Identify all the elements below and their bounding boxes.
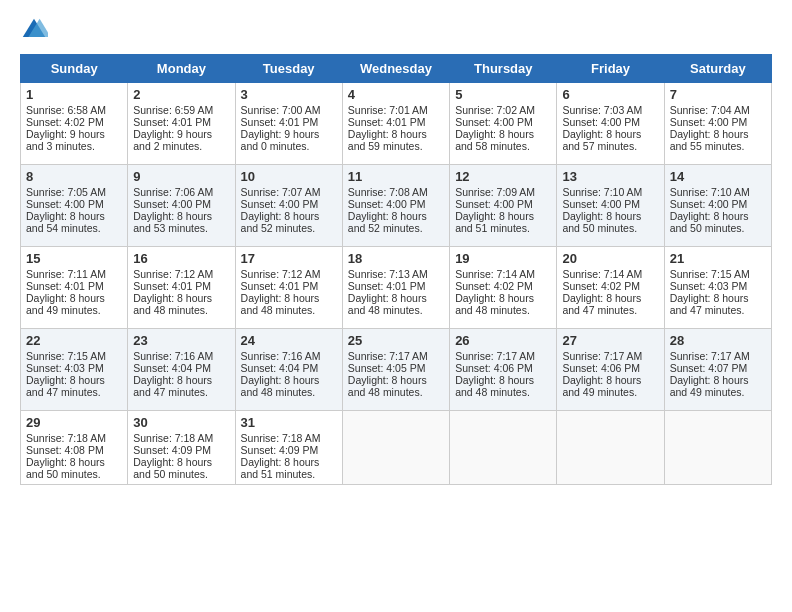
day-number: 6 — [562, 87, 658, 102]
day-number: 2 — [133, 87, 229, 102]
day-number: 22 — [26, 333, 122, 348]
day-number: 13 — [562, 169, 658, 184]
day-number: 5 — [455, 87, 551, 102]
day-number: 7 — [670, 87, 766, 102]
day-number: 26 — [455, 333, 551, 348]
calendar-cell: 24Sunrise: 7:16 AMSunset: 4:04 PMDayligh… — [235, 329, 342, 411]
week-row-2: 8Sunrise: 7:05 AMSunset: 4:00 PMDaylight… — [21, 165, 772, 247]
weekday-saturday: Saturday — [664, 55, 771, 83]
calendar-cell: 14Sunrise: 7:10 AMSunset: 4:00 PMDayligh… — [664, 165, 771, 247]
weekday-header-row: SundayMondayTuesdayWednesdayThursdayFrid… — [21, 55, 772, 83]
calendar-cell — [342, 411, 449, 485]
day-number: 19 — [455, 251, 551, 266]
calendar-cell: 22Sunrise: 7:15 AMSunset: 4:03 PMDayligh… — [21, 329, 128, 411]
calendar-cell: 3Sunrise: 7:00 AMSunset: 4:01 PMDaylight… — [235, 83, 342, 165]
day-number: 14 — [670, 169, 766, 184]
week-row-5: 29Sunrise: 7:18 AMSunset: 4:08 PMDayligh… — [21, 411, 772, 485]
weekday-sunday: Sunday — [21, 55, 128, 83]
calendar-cell: 30Sunrise: 7:18 AMSunset: 4:09 PMDayligh… — [128, 411, 235, 485]
week-row-1: 1Sunrise: 6:58 AMSunset: 4:02 PMDaylight… — [21, 83, 772, 165]
day-number: 30 — [133, 415, 229, 430]
page-container: SundayMondayTuesdayWednesdayThursdayFrid… — [0, 0, 792, 495]
calendar-cell: 11Sunrise: 7:08 AMSunset: 4:00 PMDayligh… — [342, 165, 449, 247]
day-number: 4 — [348, 87, 444, 102]
day-number: 8 — [26, 169, 122, 184]
day-number: 9 — [133, 169, 229, 184]
week-row-4: 22Sunrise: 7:15 AMSunset: 4:03 PMDayligh… — [21, 329, 772, 411]
weekday-monday: Monday — [128, 55, 235, 83]
calendar-cell: 15Sunrise: 7:11 AMSunset: 4:01 PMDayligh… — [21, 247, 128, 329]
calendar-cell: 13Sunrise: 7:10 AMSunset: 4:00 PMDayligh… — [557, 165, 664, 247]
calendar-cell: 28Sunrise: 7:17 AMSunset: 4:07 PMDayligh… — [664, 329, 771, 411]
calendar-cell: 17Sunrise: 7:12 AMSunset: 4:01 PMDayligh… — [235, 247, 342, 329]
calendar-cell: 20Sunrise: 7:14 AMSunset: 4:02 PMDayligh… — [557, 247, 664, 329]
calendar-cell: 19Sunrise: 7:14 AMSunset: 4:02 PMDayligh… — [450, 247, 557, 329]
day-number: 12 — [455, 169, 551, 184]
calendar-cell — [450, 411, 557, 485]
calendar-cell: 8Sunrise: 7:05 AMSunset: 4:00 PMDaylight… — [21, 165, 128, 247]
day-number: 27 — [562, 333, 658, 348]
logo-icon — [20, 16, 48, 44]
day-number: 15 — [26, 251, 122, 266]
logo — [20, 16, 54, 44]
calendar-cell: 23Sunrise: 7:16 AMSunset: 4:04 PMDayligh… — [128, 329, 235, 411]
calendar-cell: 9Sunrise: 7:06 AMSunset: 4:00 PMDaylight… — [128, 165, 235, 247]
calendar-cell: 18Sunrise: 7:13 AMSunset: 4:01 PMDayligh… — [342, 247, 449, 329]
day-number: 18 — [348, 251, 444, 266]
calendar-cell: 25Sunrise: 7:17 AMSunset: 4:05 PMDayligh… — [342, 329, 449, 411]
calendar-cell: 16Sunrise: 7:12 AMSunset: 4:01 PMDayligh… — [128, 247, 235, 329]
day-number: 25 — [348, 333, 444, 348]
header — [20, 16, 772, 44]
weekday-wednesday: Wednesday — [342, 55, 449, 83]
day-number: 23 — [133, 333, 229, 348]
calendar-cell: 1Sunrise: 6:58 AMSunset: 4:02 PMDaylight… — [21, 83, 128, 165]
calendar-cell — [557, 411, 664, 485]
calendar-cell: 27Sunrise: 7:17 AMSunset: 4:06 PMDayligh… — [557, 329, 664, 411]
day-number: 31 — [241, 415, 337, 430]
calendar-cell: 29Sunrise: 7:18 AMSunset: 4:08 PMDayligh… — [21, 411, 128, 485]
day-number: 28 — [670, 333, 766, 348]
weekday-thursday: Thursday — [450, 55, 557, 83]
calendar-cell: 5Sunrise: 7:02 AMSunset: 4:00 PMDaylight… — [450, 83, 557, 165]
calendar-cell: 4Sunrise: 7:01 AMSunset: 4:01 PMDaylight… — [342, 83, 449, 165]
day-number: 20 — [562, 251, 658, 266]
calendar-cell: 10Sunrise: 7:07 AMSunset: 4:00 PMDayligh… — [235, 165, 342, 247]
calendar-cell: 21Sunrise: 7:15 AMSunset: 4:03 PMDayligh… — [664, 247, 771, 329]
day-number: 21 — [670, 251, 766, 266]
calendar-cell: 31Sunrise: 7:18 AMSunset: 4:09 PMDayligh… — [235, 411, 342, 485]
weekday-friday: Friday — [557, 55, 664, 83]
day-number: 3 — [241, 87, 337, 102]
day-number: 1 — [26, 87, 122, 102]
calendar-cell — [664, 411, 771, 485]
day-number: 16 — [133, 251, 229, 266]
week-row-3: 15Sunrise: 7:11 AMSunset: 4:01 PMDayligh… — [21, 247, 772, 329]
calendar-cell: 7Sunrise: 7:04 AMSunset: 4:00 PMDaylight… — [664, 83, 771, 165]
day-number: 29 — [26, 415, 122, 430]
calendar-cell: 2Sunrise: 6:59 AMSunset: 4:01 PMDaylight… — [128, 83, 235, 165]
calendar-cell: 12Sunrise: 7:09 AMSunset: 4:00 PMDayligh… — [450, 165, 557, 247]
weekday-tuesday: Tuesday — [235, 55, 342, 83]
day-number: 10 — [241, 169, 337, 184]
day-number: 24 — [241, 333, 337, 348]
calendar-cell: 26Sunrise: 7:17 AMSunset: 4:06 PMDayligh… — [450, 329, 557, 411]
calendar-cell: 6Sunrise: 7:03 AMSunset: 4:00 PMDaylight… — [557, 83, 664, 165]
day-number: 11 — [348, 169, 444, 184]
calendar-table: SundayMondayTuesdayWednesdayThursdayFrid… — [20, 54, 772, 485]
day-number: 17 — [241, 251, 337, 266]
